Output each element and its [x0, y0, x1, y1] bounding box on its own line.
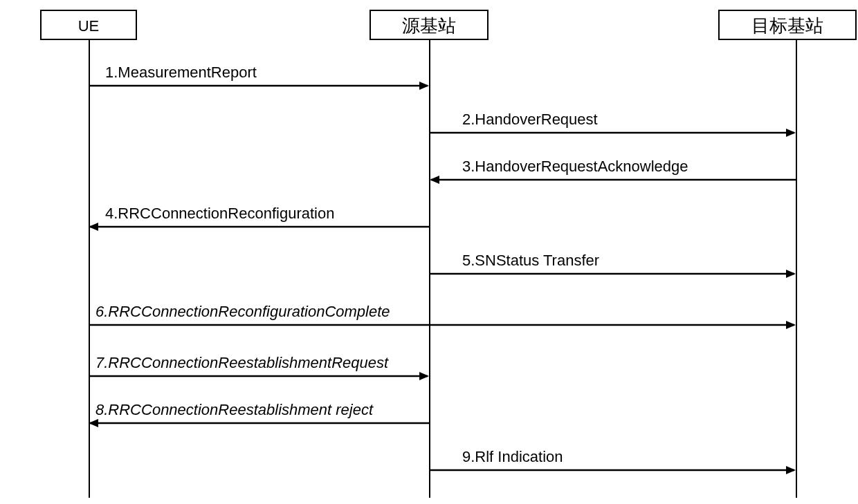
actor-target-base-station: 目标基站: [718, 10, 857, 40]
actor-ue: UE: [40, 10, 137, 40]
lifeline-source: [429, 40, 430, 498]
lifeline-ue: [89, 40, 90, 498]
text-m9: 9.Rlf Indication: [462, 448, 563, 466]
text-m8: 8.RRCConnectionReestablishment reject: [95, 401, 373, 419]
text-m3: 3.HandoverRequestAcknowledge: [462, 158, 688, 176]
actor-source-base-station: 源基站: [369, 10, 489, 40]
sequence-diagram: { "actors": { "ue": "UE", "source_bs": "…: [0, 0, 858, 504]
text-m1: 1.MeasurementReport: [105, 64, 257, 82]
text-m2: 2.HandoverRequest: [462, 111, 598, 129]
text-m5: 5.SNStatus Transfer: [462, 252, 599, 270]
text-m4: 4.RRCConnectionReconfiguration: [105, 205, 334, 223]
text-m7: 7.RRCConnectionReestablishmentRequest: [95, 354, 388, 372]
lifeline-target: [796, 40, 797, 498]
text-m6: 6.RRCConnectionReconfigurationComplete: [95, 303, 390, 321]
